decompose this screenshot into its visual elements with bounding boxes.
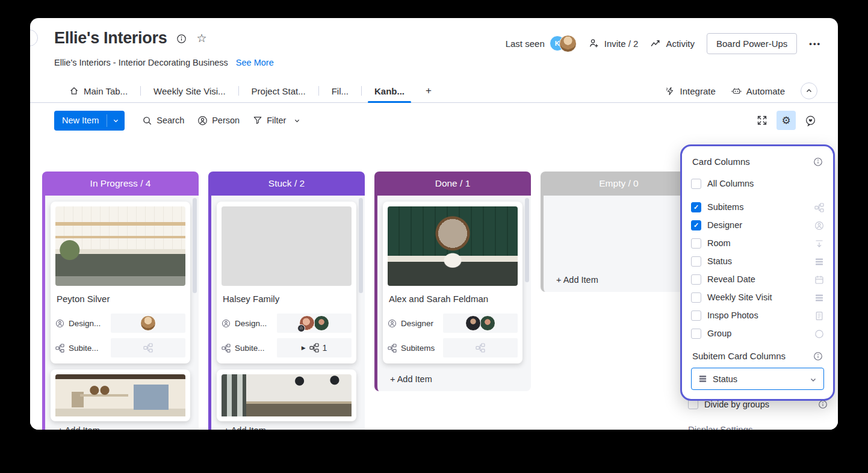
kanban-card-feldman[interactable]: Alex and Sarah Feldman Designer xyxy=(383,202,522,363)
designer-avatar[interactable] xyxy=(140,315,156,331)
designer-avatar[interactable]: ⌂ xyxy=(299,315,315,331)
search-icon xyxy=(142,116,152,126)
kanban-card-partial[interactable] xyxy=(217,369,356,421)
collapse-sidebar-button[interactable] xyxy=(30,29,38,46)
info-icon[interactable] xyxy=(813,156,823,167)
board-description: Ellie's Interiors - Interior Decorating … xyxy=(54,58,228,67)
column-header-empty[interactable]: Empty / 0 xyxy=(541,172,697,196)
designer-avatar[interactable] xyxy=(480,315,495,331)
expand-icon xyxy=(757,115,767,126)
column-header-in-progress[interactable]: In Progress / 4 xyxy=(42,172,199,196)
card-title: Alex and Sarah Feldman xyxy=(389,294,516,304)
star-icon[interactable]: ☆ xyxy=(196,31,206,45)
fullscreen-button[interactable] xyxy=(752,111,772,130)
last-seen-group[interactable]: Last seen K xyxy=(506,35,577,52)
settings-gear-button[interactable]: ⚙ xyxy=(777,111,796,130)
collapse-header-button[interactable] xyxy=(801,82,817,99)
card-image-dining-room xyxy=(222,374,352,416)
card-columns-panel: Card Columns All Columns Subitems Design… xyxy=(680,144,835,401)
panel-row-group: Group xyxy=(691,324,824,342)
designer-label: Designer xyxy=(388,319,438,328)
designer-label: Design... xyxy=(55,319,106,328)
search-button[interactable]: Search xyxy=(135,111,191,131)
board-power-ups-button[interactable]: Board Power-Ups xyxy=(707,33,797,54)
info-icon[interactable] xyxy=(813,350,823,361)
integrate-button[interactable]: Integrate xyxy=(665,86,716,96)
display-settings-link[interactable]: Display Settings xyxy=(688,424,753,430)
tab-kanban[interactable]: Kanb... xyxy=(362,79,417,102)
filter-button[interactable]: Filter xyxy=(246,111,307,131)
last-seen-label: Last seen xyxy=(506,39,545,49)
subitems-value-cell[interactable] xyxy=(111,338,185,357)
checkbox-status[interactable] xyxy=(691,256,701,267)
add-item-button[interactable]: + Add Item xyxy=(224,425,266,430)
info-icon[interactable] xyxy=(176,32,187,43)
subitems-empty-icon xyxy=(143,343,153,353)
column-scrollbar[interactable] xyxy=(359,198,363,293)
column-header-stuck[interactable]: Stuck / 2 xyxy=(208,172,365,196)
kanban-card-peyton-silver[interactable]: Peyton Silver Design... Subit xyxy=(51,202,190,363)
filter-chevron-down-icon[interactable] xyxy=(294,117,300,124)
activity-button[interactable]: Activity xyxy=(650,38,695,49)
subitems-count: 1 xyxy=(323,343,327,353)
add-view-button[interactable]: + xyxy=(417,85,440,97)
more-options-icon[interactable]: ••• xyxy=(809,39,821,48)
checkbox-subitems[interactable] xyxy=(691,202,701,212)
designer-value-cell[interactable] xyxy=(443,314,518,333)
designer-label: Design... xyxy=(222,319,272,328)
checkbox-reveal-date[interactable] xyxy=(691,274,701,285)
column-scrollbar[interactable] xyxy=(525,198,529,282)
kanban-card-partial[interactable] xyxy=(51,369,190,421)
checkbox-inspo-photos[interactable] xyxy=(691,311,701,321)
new-item-dropdown[interactable] xyxy=(107,111,125,131)
card-image-living-room xyxy=(55,374,185,416)
checkbox-weekly-site-visit[interactable] xyxy=(691,292,701,303)
subitems-value-cell[interactable]: ▶ 1 xyxy=(277,338,352,357)
see-more-link[interactable]: See More xyxy=(236,58,274,67)
chevron-up-icon xyxy=(805,87,813,94)
new-item-button[interactable]: New Item xyxy=(54,111,125,131)
designer-avatar[interactable] xyxy=(314,315,329,331)
circle-icon xyxy=(814,328,824,338)
last-seen-avatars[interactable]: K xyxy=(550,35,577,52)
tab-files[interactable]: Fil... xyxy=(319,79,361,102)
heart-bubble-icon xyxy=(805,115,816,126)
subitems-label: Subite... xyxy=(55,344,106,353)
card-image-bathroom xyxy=(388,206,518,286)
tab-project-status[interactable]: Project Stat... xyxy=(239,79,318,102)
panel-row-weekly-site-visit: Weekly Site Visit xyxy=(691,288,824,306)
status-icon xyxy=(698,374,707,383)
gear-icon: ⚙ xyxy=(781,116,790,126)
designer-value-cell[interactable] xyxy=(111,314,185,333)
checkbox-designer[interactable] xyxy=(691,220,701,230)
person-filter-button[interactable]: Person xyxy=(191,111,246,131)
subitems-empty-icon xyxy=(476,343,485,353)
add-item-button[interactable]: + Add Item xyxy=(556,275,598,285)
subitem-status-dropdown[interactable]: Status xyxy=(691,368,824,390)
kanban-card-halsey-family[interactable]: Halsey Family Design... ⌂ xyxy=(217,202,356,363)
expand-subitems-icon[interactable]: ▶ xyxy=(302,345,306,351)
column-scrollbar[interactable] xyxy=(193,198,197,293)
invite-button[interactable]: Invite / 2 xyxy=(589,38,639,49)
add-item-button[interactable]: + Add Item xyxy=(58,425,100,430)
file-icon xyxy=(814,310,824,320)
subitem-panel-title: Subitem Card Columns xyxy=(692,351,786,361)
column-header-done[interactable]: Done / 1 xyxy=(374,172,531,196)
calendar-icon xyxy=(814,274,824,284)
tab-main-table[interactable]: Main Tab... xyxy=(57,79,140,102)
feedback-button[interactable] xyxy=(801,111,820,130)
checkbox-room[interactable] xyxy=(691,238,701,249)
panel-row-room: Room xyxy=(691,234,824,252)
avatar-photo[interactable] xyxy=(559,35,577,52)
automate-button[interactable]: Automate xyxy=(731,86,785,96)
designer-value-cell[interactable]: ⌂ xyxy=(277,314,352,333)
add-item-button[interactable]: + Add Item xyxy=(390,374,432,384)
panel-row-all-columns: All Columns xyxy=(691,175,824,193)
person-icon xyxy=(222,319,231,328)
tab-weekly-site-visits[interactable]: Weekly Site Visi... xyxy=(141,79,238,102)
subitems-value-cell[interactable] xyxy=(443,338,518,357)
checkbox-all-columns[interactable] xyxy=(691,179,701,189)
designer-avatar[interactable] xyxy=(465,315,481,331)
checkbox-group[interactable] xyxy=(691,329,701,339)
invite-label: Invite / 2 xyxy=(604,39,639,49)
